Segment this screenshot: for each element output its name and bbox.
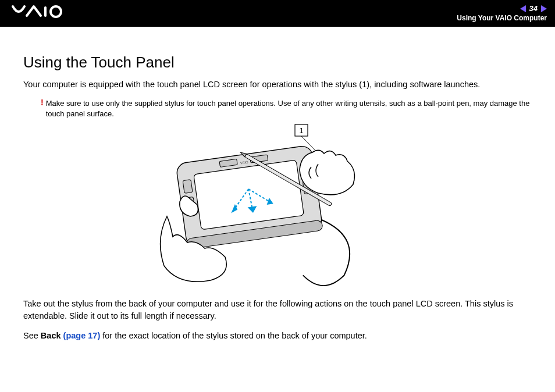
intro-paragraph: Your computer is equipped with the touch… [23, 79, 532, 90]
see-reference: See Back (page 17) for the exact locatio… [23, 330, 532, 341]
manual-page: 34 Using Your VAIO Computer Using the To… [0, 0, 555, 392]
warning-note: ! Make sure to use only the supplied sty… [41, 98, 532, 119]
next-page-icon[interactable] [541, 5, 547, 12]
svg-rect-7 [183, 180, 193, 194]
stylus-figure: 1 VAIO [23, 123, 532, 288]
page-header: 34 Using Your VAIO Computer [0, 0, 555, 27]
warning-icon: ! [41, 98, 44, 107]
page-content: Using the Touch Panel Your computer is e… [0, 27, 555, 361]
prev-page-icon[interactable] [520, 5, 526, 12]
page-title: Using the Touch Panel [23, 54, 532, 72]
see-prefix: See [23, 331, 41, 340]
page-nav: 34 [457, 5, 547, 13]
page-number: 34 [529, 5, 538, 13]
svg-point-1 [51, 6, 61, 17]
warning-text: Make sure to use only the supplied stylu… [46, 98, 532, 119]
body-paragraph-2: Take out the stylus from the back of you… [23, 298, 532, 322]
section-name: Using Your VAIO Computer [457, 15, 547, 22]
stylus-illustration: 1 VAIO [155, 123, 400, 286]
vaio-logo-svg [12, 4, 76, 19]
page-17-link[interactable]: (page 17) [63, 331, 101, 340]
vaio-logo [12, 4, 76, 23]
see-bold: Back [41, 331, 63, 340]
svg-rect-0 [44, 6, 47, 17]
header-right: 34 Using Your VAIO Computer [457, 5, 547, 22]
callout-label: 1 [299, 126, 303, 135]
see-suffix: for the exact location of the stylus sto… [100, 331, 367, 340]
